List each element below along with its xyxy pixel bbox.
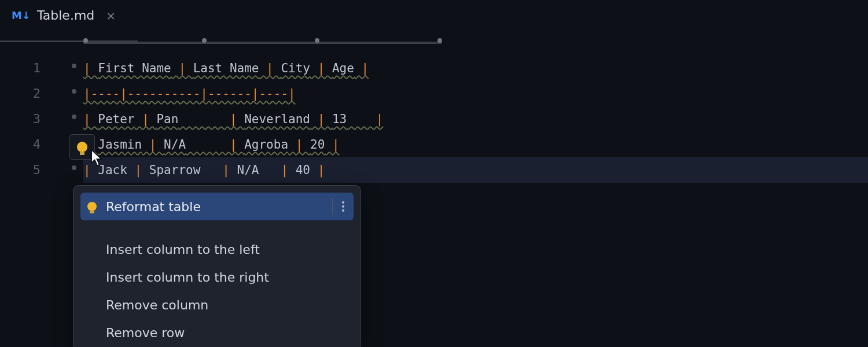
table-pipe: |	[325, 138, 339, 152]
tab-filename: Table.md	[37, 8, 94, 23]
table-cell-text: Pan	[156, 112, 178, 126]
close-tab-icon[interactable]: ×	[106, 9, 116, 23]
code-line[interactable]: | First Name | Last Name | City | Age |	[83, 56, 868, 81]
ruler-tick-icon	[202, 38, 207, 43]
popup-separator	[80, 226, 354, 235]
line-number: 2	[0, 81, 41, 106]
popup-item-more-button[interactable]	[332, 198, 344, 215]
table-cell-text: Neverland	[244, 112, 310, 126]
table-pipe: |	[310, 61, 332, 75]
tab-bar: M↓ Table.md ×	[0, 0, 868, 31]
lightbulb-icon	[77, 142, 87, 152]
table-pipe: |	[135, 112, 157, 126]
table-pipe: |	[310, 112, 332, 126]
popup-item-remove-row[interactable]: Remove row	[80, 319, 354, 346]
table-cell-text: Last Name	[193, 61, 259, 75]
code-line[interactable]: | Jasmin | N/A | Agroba | 20 |	[83, 132, 868, 157]
popup-item-label: Remove row	[106, 326, 185, 340]
table-cell-text: Jasmin	[98, 138, 142, 152]
intention-popup: Reformat table Insert column to the left…	[73, 185, 361, 347]
ruler-tick-icon	[83, 38, 88, 43]
table-pipe: |	[200, 163, 237, 177]
line-number-gutter: 1 2 3 4 5	[0, 43, 68, 347]
intention-bulb-button[interactable]	[69, 134, 95, 160]
code-lines[interactable]: | First Name | Last Name | City | Age ||…	[68, 43, 868, 183]
code-line[interactable]: | Peter | Pan | Neverland | 13 |	[83, 106, 868, 132]
popup-item-insert-col-right[interactable]: Insert column to the right	[80, 263, 354, 291]
code-line[interactable]: | Jack | Sparrow | N/A | 40 |	[83, 157, 868, 183]
editor-tab[interactable]: M↓ Table.md ×	[0, 0, 127, 31]
table-pipe: |	[83, 61, 98, 75]
ruler-tick-icon	[315, 38, 319, 43]
table-pipe: |	[142, 138, 164, 152]
table-cell-text: City	[281, 61, 310, 75]
popup-item-label: Insert column to the left	[106, 242, 260, 257]
table-cell-text: Age	[332, 61, 354, 75]
code-line[interactable]: |----|----------|------|----|	[83, 81, 868, 106]
table-pipe: |	[186, 138, 244, 152]
table-pipe: |	[288, 138, 310, 152]
table-cell-text: N/A	[164, 138, 186, 152]
table-cell-text: Agroba	[244, 138, 288, 152]
table-pipe: |	[259, 163, 295, 177]
table-cell-text: Jack	[98, 163, 127, 177]
table-cell-text: 40	[296, 163, 310, 177]
table-cell-text: 20	[310, 138, 325, 152]
table-cell-text: Peter	[98, 112, 134, 126]
ruler-line	[83, 42, 442, 44]
table-pipe: |	[354, 61, 369, 75]
line-number: 4	[0, 132, 41, 157]
popup-item-remove-column[interactable]: Remove column	[80, 291, 354, 319]
table-cell-text: Sparrow	[149, 163, 201, 177]
popup-item-insert-col-left[interactable]: Insert column to the left	[80, 235, 354, 263]
popup-item-label: Reformat table	[106, 200, 201, 214]
line-number: 1	[0, 56, 41, 81]
table-pipe: |	[171, 61, 193, 75]
table-pipe: |	[178, 112, 244, 126]
popup-item-label: Remove column	[106, 298, 208, 312]
table-cell-text: 13	[332, 112, 347, 126]
filetype-badge-icon: M↓	[12, 9, 30, 21]
table-pipe: |	[83, 163, 98, 177]
line-number: 5	[0, 157, 41, 183]
table-pipe: |	[127, 163, 149, 177]
popup-item-reformat-table[interactable]: Reformat table	[80, 193, 354, 220]
kebab-icon	[342, 201, 344, 212]
table-cell-text: N/A	[237, 163, 259, 177]
ruler-tick-icon	[437, 38, 442, 43]
indent-guide-ruler	[83, 39, 868, 46]
table-pipe: |	[83, 112, 98, 126]
table-pipe: |	[347, 112, 383, 126]
table-pipe: |----|----------|------|----|	[83, 87, 296, 101]
lightbulb-icon	[87, 202, 97, 211]
popup-item-label: Insert column to the right	[106, 270, 269, 285]
table-cell-text: First Name	[98, 61, 171, 75]
table-pipe: |	[310, 163, 325, 177]
table-pipe: |	[259, 61, 281, 75]
line-number: 3	[0, 106, 41, 132]
